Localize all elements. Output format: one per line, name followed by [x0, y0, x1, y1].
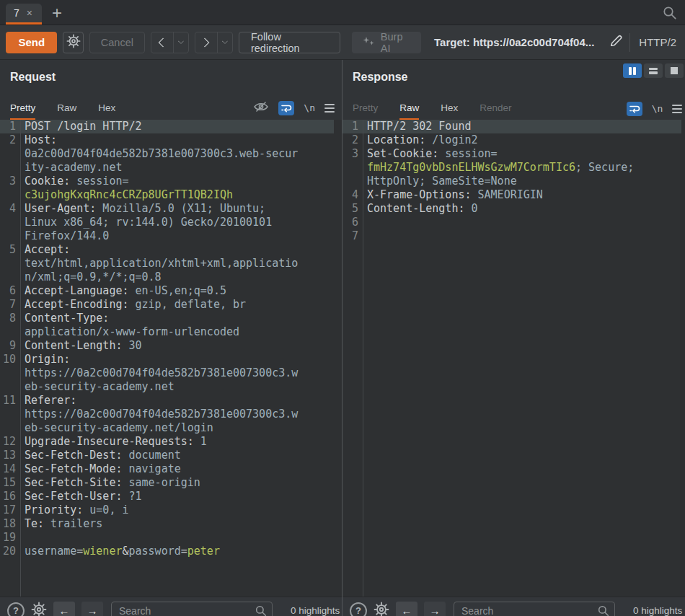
- request-tab-pretty[interactable]: Pretty: [10, 102, 35, 120]
- newline-toggle-icon[interactable]: \n: [304, 102, 315, 113]
- code-line[interactable]: Linux x86_64; rv:144.0) Gecko/20100101: [0, 216, 334, 229]
- code-text: Accept-Encoding: gzip, deflate, br: [20, 298, 246, 312]
- line-number: 16: [0, 490, 20, 503]
- code-text: n/xml;q=0.9,*/*;q=0.8: [20, 270, 162, 284]
- chevron-down-icon: [222, 38, 228, 44]
- code-line[interactable]: eb-security-academy.net/login: [0, 421, 334, 435]
- code-line[interactable]: 19: [0, 531, 334, 545]
- code-line[interactable]: c3ujohgKxqRnc4cCRZp8UGrTT1QB2IQh: [0, 188, 334, 202]
- response-tab-hex[interactable]: Hex: [441, 102, 458, 120]
- code-line[interactable]: 18Te: trailers: [0, 517, 334, 531]
- code-line[interactable]: https://0a2c00d704f04de582b7381e007300c3…: [0, 366, 334, 380]
- code-line[interactable]: text/html,application/xhtml+xml,applicat…: [0, 257, 334, 270]
- cancel-button[interactable]: Cancel: [89, 32, 145, 53]
- history-back-button[interactable]: [151, 32, 173, 53]
- send-settings-button[interactable]: [63, 32, 83, 53]
- response-tab-pretty: Pretty: [353, 102, 378, 120]
- line-number: 14: [0, 462, 20, 476]
- word-wrap-toggle[interactable]: [278, 101, 294, 115]
- follow-redirection-button[interactable]: Follow redirection: [239, 32, 340, 53]
- request-editor[interactable]: 1POST /login HTTP/22Host:0a2c00d704f04de…: [0, 120, 342, 597]
- history-forward-dropdown[interactable]: [217, 32, 232, 53]
- code-line[interactable]: 12Upgrade-Insecure-Requests: 1: [0, 435, 334, 449]
- hide-nonprinting-icon[interactable]: [253, 100, 269, 116]
- code-line[interactable]: 14Sec-Fetch-Mode: navigate: [0, 462, 334, 476]
- line-number: 13: [0, 449, 20, 462]
- code-line[interactable]: application/x-www-form-urlencoded: [0, 325, 334, 339]
- code-line[interactable]: 20username=wiener&password=peter: [0, 545, 334, 558]
- search-input[interactable]: [454, 602, 615, 616]
- history-back-dropdown[interactable]: [173, 32, 188, 53]
- next-match-button[interactable]: →: [81, 602, 103, 616]
- line-number: 18: [0, 517, 20, 531]
- code-line[interactable]: 6Accept-Language: en-US,en;q=0.5: [0, 284, 334, 298]
- code-line[interactable]: 16Sec-Fetch-User: ?1: [0, 490, 334, 503]
- code-line[interactable]: 17Priority: u=0, i: [0, 503, 334, 517]
- previous-match-button[interactable]: ←: [53, 602, 75, 616]
- chevron-right-icon: [200, 37, 210, 47]
- repeater-tab-7[interactable]: 7 ×: [6, 4, 42, 25]
- code-line[interactable]: 8Content-Type:: [0, 312, 334, 325]
- code-text: application/x-www-form-urlencoded: [20, 325, 239, 339]
- code-line[interactable]: ity-academy.net: [0, 161, 334, 175]
- code-line[interactable]: fmHz74Tg0vbDsnELHWsGzwM7CormTIc6; Secure…: [342, 161, 681, 175]
- close-tab-icon[interactable]: ×: [27, 8, 32, 18]
- line-number: [0, 188, 20, 202]
- code-line[interactable]: eb-security-academy.net: [0, 380, 334, 394]
- edit-target-button[interactable]: [609, 33, 624, 51]
- search-settings-gear-icon[interactable]: [374, 602, 389, 616]
- code-line[interactable]: 5Accept:: [0, 243, 334, 257]
- send-button[interactable]: Send: [6, 32, 57, 53]
- code-line[interactable]: 7: [342, 229, 681, 243]
- gutter-divider: [363, 120, 363, 597]
- request-tab-hex[interactable]: Hex: [98, 102, 115, 120]
- code-line[interactable]: 3Cookie: session=: [0, 175, 334, 188]
- response-editor[interactable]: 1HTTP/2 302 Found2Location: /login23Set-…: [342, 120, 685, 597]
- help-icon[interactable]: ?: [350, 602, 367, 616]
- new-tab-button[interactable]: +: [52, 5, 62, 21]
- layout-columns-button[interactable]: [623, 63, 642, 78]
- search-icon[interactable]: [662, 5, 678, 24]
- burp-ai-button[interactable]: Burp AI: [352, 32, 421, 53]
- word-wrap-toggle[interactable]: [627, 102, 642, 116]
- word-wrap-icon: [629, 103, 640, 115]
- history-forward-button[interactable]: [195, 32, 217, 53]
- code-line[interactable]: 2Location: /login2: [342, 133, 681, 147]
- code-line[interactable]: 6: [342, 216, 681, 229]
- code-line[interactable]: 0a2c00d704f04de582b7381e007300c3.web-sec…: [0, 147, 334, 161]
- code-line[interactable]: 7Accept-Encoding: gzip, deflate, br: [0, 298, 334, 312]
- line-number: 20: [0, 545, 20, 558]
- code-line[interactable]: 1HTTP/2 302 Found: [342, 120, 681, 133]
- next-match-button[interactable]: →: [424, 602, 446, 616]
- code-line[interactable]: 9Content-Length: 30: [0, 339, 334, 353]
- layout-rows-button[interactable]: [644, 63, 663, 78]
- code-line[interactable]: 13Sec-Fetch-Dest: document: [0, 449, 334, 462]
- line-number: [0, 216, 20, 229]
- previous-match-button[interactable]: ←: [396, 602, 417, 616]
- newline-toggle-icon[interactable]: \n: [652, 103, 663, 114]
- search-input[interactable]: [111, 602, 273, 616]
- history-back-group: [151, 32, 189, 53]
- help-icon[interactable]: ?: [7, 602, 25, 616]
- code-line[interactable]: 5Content-Length: 0: [342, 202, 681, 216]
- request-tab-raw[interactable]: Raw: [57, 102, 76, 120]
- line-number: 9: [0, 339, 20, 353]
- editor-menu-icon[interactable]: [672, 105, 682, 113]
- code-line[interactable]: 2Host:: [0, 133, 334, 147]
- code-line[interactable]: n/xml;q=0.9,*/*;q=0.8: [0, 270, 334, 284]
- code-line[interactable]: 15Sec-Fetch-Site: same-origin: [0, 476, 334, 490]
- code-line[interactable]: 10Origin:: [0, 353, 334, 366]
- response-tab-raw[interactable]: Raw: [399, 102, 419, 120]
- code-line[interactable]: https://0a2c00d704f04de582b7381e007300c3…: [0, 408, 334, 421]
- search-settings-gear-icon[interactable]: [31, 602, 47, 616]
- code-line[interactable]: 4User-Agent: Mozilla/5.0 (X11; Ubuntu;: [0, 202, 334, 216]
- code-line[interactable]: 4X-Frame-Options: SAMEORIGIN: [342, 188, 681, 202]
- code-line[interactable]: 1POST /login HTTP/2: [0, 120, 334, 133]
- editor-menu-icon[interactable]: [324, 104, 335, 113]
- code-line[interactable]: HttpOnly; SameSite=None: [342, 175, 681, 188]
- code-line[interactable]: 11Referer:: [0, 394, 334, 408]
- code-line[interactable]: Firefox/144.0: [0, 229, 334, 243]
- code-line[interactable]: 3Set-Cookie: session=: [342, 147, 681, 161]
- line-number: [342, 161, 363, 175]
- layout-single-button[interactable]: [665, 63, 684, 78]
